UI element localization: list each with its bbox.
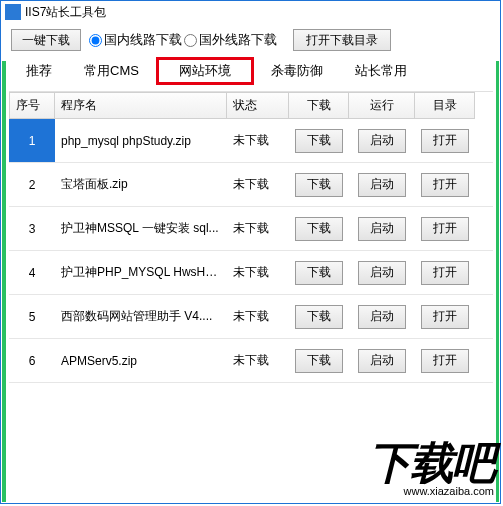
toolbar: 一键下载 国内线路下载 国外线路下载 打开下载目录: [1, 23, 500, 57]
cell-status: 未下载: [227, 220, 289, 237]
left-accent-stripe: [2, 61, 6, 502]
table-body: 1php_mysql phpStudy.zip未下载下载启动打开2宝塔面板.zi…: [9, 119, 493, 383]
table-row[interactable]: 3护卫神MSSQL 一键安装 sql...未下载下载启动打开: [9, 207, 493, 251]
open-button[interactable]: 打开: [421, 305, 469, 329]
cell-name: APMServ5.zip: [55, 354, 227, 368]
cell-name: 西部数码网站管理助手 V4....: [55, 308, 227, 325]
cell-seq: 6: [9, 354, 55, 368]
cell-seq: 5: [9, 310, 55, 324]
tab-antivirus[interactable]: 杀毒防御: [256, 57, 338, 85]
program-table: 序号 程序名 状态 下载 运行 目录 1php_mysql phpStudy.z…: [9, 91, 493, 383]
titlebar: IIS7站长工具包: [1, 1, 500, 23]
open-button[interactable]: 打开: [421, 173, 469, 197]
cell-status: 未下载: [227, 352, 289, 369]
open-button[interactable]: 打开: [421, 129, 469, 153]
run-button[interactable]: 启动: [358, 349, 406, 373]
download-button[interactable]: 下载: [295, 349, 343, 373]
col-dir-header[interactable]: 目录: [415, 92, 475, 119]
open-dir-button[interactable]: 打开下载目录: [293, 29, 391, 51]
mirror-radio-group: 国内线路下载 国外线路下载: [89, 31, 277, 49]
right-accent-stripe: [496, 61, 499, 502]
tab-recommend[interactable]: 推荐: [11, 57, 67, 85]
table-header: 序号 程序名 状态 下载 运行 目录: [9, 92, 493, 119]
radio-domestic[interactable]: 国内线路下载: [89, 31, 182, 49]
table-row[interactable]: 2宝塔面板.zip未下载下载启动打开: [9, 163, 493, 207]
cell-name: 宝塔面板.zip: [55, 176, 227, 193]
window-title: IIS7站长工具包: [25, 4, 106, 21]
cell-status: 未下载: [227, 308, 289, 325]
download-all-button[interactable]: 一键下载: [11, 29, 81, 51]
cell-status: 未下载: [227, 176, 289, 193]
open-button[interactable]: 打开: [421, 261, 469, 285]
radio-domestic-input[interactable]: [89, 34, 102, 47]
col-status-header[interactable]: 状态: [227, 92, 289, 119]
table-row[interactable]: 4护卫神PHP_MYSQL HwsHostM...未下载下载启动打开: [9, 251, 493, 295]
open-button[interactable]: 打开: [421, 349, 469, 373]
download-button[interactable]: 下载: [295, 217, 343, 241]
tabs: 推荐 常用CMS 网站环境 杀毒防御 站长常用: [1, 57, 500, 85]
run-button[interactable]: 启动: [358, 173, 406, 197]
table-row[interactable]: 5西部数码网站管理助手 V4....未下载下载启动打开: [9, 295, 493, 339]
col-run-header[interactable]: 运行: [349, 92, 415, 119]
download-button[interactable]: 下载: [295, 305, 343, 329]
table-row[interactable]: 1php_mysql phpStudy.zip未下载下载启动打开: [9, 119, 493, 163]
table-row[interactable]: 6APMServ5.zip未下载下载启动打开: [9, 339, 493, 383]
cell-seq: 3: [9, 222, 55, 236]
cell-seq: 2: [9, 178, 55, 192]
cell-status: 未下载: [227, 132, 289, 149]
download-button[interactable]: 下载: [295, 261, 343, 285]
cell-seq: 1: [9, 119, 55, 162]
app-window: IIS7站长工具包 一键下载 国内线路下载 国外线路下载 打开下载目录 推荐 常…: [0, 0, 501, 504]
cell-name: 护卫神PHP_MYSQL HwsHostM...: [55, 264, 227, 281]
radio-overseas[interactable]: 国外线路下载: [184, 31, 277, 49]
radio-domestic-label: 国内线路下载: [104, 31, 182, 49]
cell-name: php_mysql phpStudy.zip: [55, 134, 227, 148]
radio-overseas-input[interactable]: [184, 34, 197, 47]
download-button[interactable]: 下载: [295, 173, 343, 197]
open-button[interactable]: 打开: [421, 217, 469, 241]
cell-status: 未下载: [227, 264, 289, 281]
cell-name: 护卫神MSSQL 一键安装 sql...: [55, 220, 227, 237]
cell-seq: 4: [9, 266, 55, 280]
col-seq-header[interactable]: 序号: [9, 92, 55, 119]
watermark: 下载吧 www.xiazaiba.com: [368, 443, 494, 497]
col-name-header[interactable]: 程序名: [55, 92, 227, 119]
tab-webmaster[interactable]: 站长常用: [340, 57, 422, 85]
watermark-text: 下载吧: [368, 443, 494, 483]
tab-cms[interactable]: 常用CMS: [69, 57, 154, 85]
radio-overseas-label: 国外线路下载: [199, 31, 277, 49]
download-button[interactable]: 下载: [295, 129, 343, 153]
col-download-header[interactable]: 下载: [289, 92, 349, 119]
tab-web-env[interactable]: 网站环境: [156, 57, 254, 85]
run-button[interactable]: 启动: [358, 305, 406, 329]
run-button[interactable]: 启动: [358, 129, 406, 153]
app-icon: [5, 4, 21, 20]
run-button[interactable]: 启动: [358, 261, 406, 285]
run-button[interactable]: 启动: [358, 217, 406, 241]
